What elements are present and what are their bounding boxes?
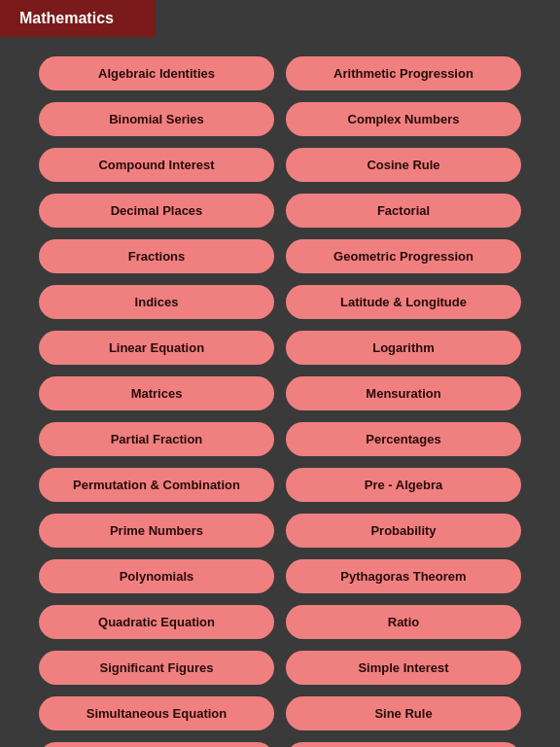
- topic-button[interactable]: Quadratic Equation: [39, 605, 274, 639]
- topic-button[interactable]: Decimal Places: [39, 194, 274, 228]
- topic-grid: Algebraic IdentitiesArithmetic Progressi…: [39, 56, 521, 747]
- topic-button[interactable]: Polynomials: [39, 559, 274, 593]
- topic-button[interactable]: Cosine Rule: [286, 148, 521, 182]
- topic-button[interactable]: Logarithm: [286, 331, 521, 365]
- topic-button[interactable]: Fractions: [39, 239, 274, 273]
- topic-button[interactable]: Partial Fraction: [39, 422, 274, 456]
- topic-button[interactable]: Geometric Progression: [286, 239, 521, 273]
- topic-button[interactable]: Significant Figures: [39, 651, 274, 685]
- topic-button[interactable]: Pythagoras Theorem: [286, 559, 521, 593]
- content: Algebraic IdentitiesArithmetic Progressi…: [0, 37, 560, 747]
- topic-button[interactable]: Simultaneous Equation: [39, 696, 274, 730]
- header-title: Mathematics: [19, 10, 114, 26]
- topic-button[interactable]: Complex Numbers: [286, 102, 521, 136]
- topic-button[interactable]: Surd Operations: [39, 742, 274, 747]
- topic-button[interactable]: Latitude & Longitude: [286, 285, 521, 319]
- topic-button[interactable]: Compound Interest: [39, 148, 274, 182]
- topic-button[interactable]: Mensuration: [286, 376, 521, 410]
- topic-button[interactable]: Permutation & Combination: [39, 468, 274, 502]
- topic-button[interactable]: Sine Rule: [286, 696, 521, 730]
- topic-button[interactable]: Simple Interest: [286, 651, 521, 685]
- topic-button[interactable]: Binomial Series: [39, 102, 274, 136]
- header: Mathematics: [0, 0, 156, 37]
- topic-button[interactable]: Factorial: [286, 194, 521, 228]
- topic-button[interactable]: Statistics: [286, 742, 521, 747]
- topic-button[interactable]: Algebraic Identities: [39, 56, 274, 90]
- topic-button[interactable]: Prime Numbers: [39, 514, 274, 548]
- topic-button[interactable]: Pre - Algebra: [286, 468, 521, 502]
- topic-button[interactable]: Arithmetic Progression: [286, 56, 521, 90]
- topic-button[interactable]: Matrices: [39, 376, 274, 410]
- topic-button[interactable]: Percentages: [286, 422, 521, 456]
- topic-button[interactable]: Ratio: [286, 605, 521, 639]
- topic-button[interactable]: Probability: [286, 514, 521, 548]
- topic-button[interactable]: Indices: [39, 285, 274, 319]
- topic-button[interactable]: Linear Equation: [39, 331, 274, 365]
